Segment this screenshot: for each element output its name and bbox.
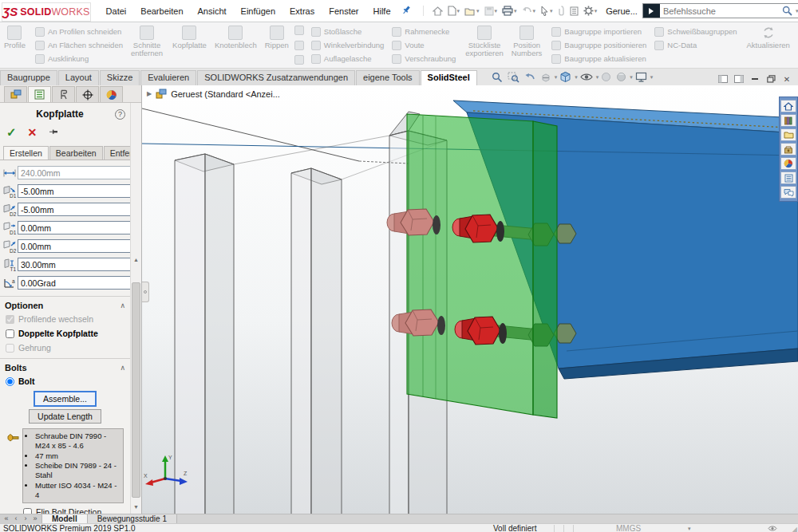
menu-hilfe[interactable]: Hilfe xyxy=(366,4,398,18)
panel-help-icon[interactable]: ? xyxy=(115,109,125,120)
undo-icon[interactable]: ▾ xyxy=(522,6,536,15)
ribbon-button-schnitte-entfernen[interactable]: Schnitte entfernen xyxy=(127,22,167,68)
tab-nav-prev-icon[interactable]: ‹ xyxy=(11,514,21,523)
section-view-icon[interactable] xyxy=(540,72,551,83)
menu-bearbeiten[interactable]: Bearbeiten xyxy=(133,4,190,18)
ribbon-item-verschraubung[interactable]: Verschraubung xyxy=(392,53,456,65)
tab-evaluieren[interactable]: Evaluieren xyxy=(140,70,196,85)
hide-show-items-icon[interactable] xyxy=(601,72,611,82)
ribbon-button-rippen[interactable]: Rippen xyxy=(261,22,293,68)
zoom-fit-icon[interactable] xyxy=(492,72,503,83)
graphics-viewport[interactable]: Y X Z ▶ Geruest (Standard <Anzei... xyxy=(142,85,798,514)
gehrung-checkbox[interactable] xyxy=(6,344,14,353)
ribbon-item-rahmenecke[interactable]: Rahmenecke xyxy=(392,26,456,37)
rotation-angle-input[interactable] xyxy=(18,277,130,289)
print-caret-icon[interactable]: ▾ xyxy=(514,8,517,14)
attach-icon[interactable] xyxy=(558,6,565,16)
new-document-icon[interactable]: ▾ xyxy=(448,6,460,16)
update-length-button[interactable]: Update Length xyxy=(29,409,101,424)
ribbon-button-profile[interactable]: Profile xyxy=(0,22,30,68)
scroll-down-icon[interactable]: ▼ xyxy=(131,502,141,512)
ribbon-item-nc-data[interactable]: NC-Data xyxy=(654,39,737,51)
command-search[interactable]: ▾ xyxy=(642,3,798,18)
new-document-caret-icon[interactable]: ▾ xyxy=(457,8,460,14)
options-header-row[interactable]: Optionen ∧ xyxy=(5,299,125,312)
menu-pin-icon[interactable] xyxy=(401,4,412,18)
ribbon-button-knotenblech[interactable]: Knotenblech xyxy=(211,22,261,68)
settings-gear-icon[interactable]: ▾ xyxy=(583,6,598,16)
orientation-caret-icon[interactable]: ▾ xyxy=(575,74,578,81)
task-forum-icon[interactable] xyxy=(780,186,796,199)
tab-baugruppe[interactable]: Baugruppe xyxy=(0,70,57,85)
command-search-input[interactable] xyxy=(660,5,780,17)
end-plate-green[interactable] xyxy=(407,114,557,418)
view-settings-monitor-icon[interactable] xyxy=(635,72,647,82)
view-settings-caret-icon[interactable]: ▾ xyxy=(650,74,654,81)
open-folder-caret-icon[interactable]: ▾ xyxy=(476,8,480,14)
undo-caret-icon[interactable]: ▾ xyxy=(533,8,536,14)
bolts-collapse-icon[interactable]: ∧ xyxy=(120,364,125,372)
resize-grip[interactable]: ◢ xyxy=(792,526,797,532)
bolt-radio[interactable] xyxy=(6,377,14,386)
tree-root-label[interactable]: Geruest (Standard <Anzei... xyxy=(171,89,280,99)
assemble-button[interactable]: Assemble... xyxy=(34,392,96,406)
ribbon-item-stosslasche[interactable]: Stoßlasche xyxy=(311,26,385,37)
scroll-up-icon[interactable]: ▲ xyxy=(131,254,141,265)
plate-width-input[interactable] xyxy=(18,167,130,179)
appearance-scene-icon[interactable] xyxy=(616,72,626,82)
mini-plate-icon-3[interactable] xyxy=(294,55,304,65)
ribbon-button-position-numbers[interactable]: Position Numbers xyxy=(508,22,547,68)
view-orientation-icon[interactable] xyxy=(559,71,571,83)
task-home-icon[interactable] xyxy=(780,100,796,112)
print-icon[interactable]: ▾ xyxy=(502,6,517,16)
tab-skizze[interactable]: Skizze xyxy=(100,70,140,85)
select-caret-icon[interactable]: ▾ xyxy=(550,8,553,14)
mode-tab-bearbeiten[interactable]: Bearbeiten xyxy=(49,146,103,160)
ribbon-item-schweissbaugruppen[interactable]: Schweißbaugruppen xyxy=(654,26,737,37)
mode-tab-entfernen[interactable]: Entfernen xyxy=(104,146,130,160)
doc-restore-button[interactable] xyxy=(764,73,778,85)
scroll-thumb[interactable] xyxy=(132,282,140,498)
ribbon-button-stueckliste[interactable]: Stückliste exportieren xyxy=(461,22,508,68)
property-manager-tab[interactable] xyxy=(28,86,51,102)
menu-ansicht[interactable]: Ansicht xyxy=(191,4,234,18)
menu-extras[interactable]: Extras xyxy=(282,4,322,18)
gear-caret-icon[interactable]: ▾ xyxy=(595,8,598,14)
pane-left-toggle-icon[interactable] xyxy=(716,73,730,85)
ribbon-item-voute[interactable]: Voute xyxy=(392,39,456,51)
home-icon[interactable] xyxy=(433,6,443,16)
offset-d2b-input[interactable] xyxy=(18,240,130,252)
ribbon-item-ausklinkung[interactable]: Ausklinkung xyxy=(35,53,123,65)
task-design-library-icon[interactable] xyxy=(780,143,796,156)
open-folder-icon[interactable]: ▾ xyxy=(464,6,480,16)
ribbon-item-auflagelasche[interactable]: Auflagelasche xyxy=(311,53,385,65)
appearance-caret-icon[interactable]: ▾ xyxy=(630,74,633,81)
offset-d2-input[interactable] xyxy=(18,203,130,215)
model-tab[interactable]: Modell xyxy=(42,514,88,523)
task-custom-properties-icon[interactable] xyxy=(780,171,796,184)
flip-bolt-checkbox[interactable] xyxy=(23,508,32,514)
column-left-flange[interactable] xyxy=(175,154,234,514)
doc-close-button[interactable]: ✕ xyxy=(780,73,794,85)
display-style-caret-icon[interactable]: ▾ xyxy=(596,74,599,81)
tree-expand-icon[interactable]: ▶ xyxy=(147,90,152,97)
cancel-button[interactable]: ✕ xyxy=(28,126,38,139)
units-caret-icon[interactable]: ▾ xyxy=(688,524,691,532)
ok-button[interactable]: ✓ xyxy=(6,125,17,140)
menu-einfuegen[interactable]: Einfügen xyxy=(234,4,282,18)
feature-manager-tab[interactable] xyxy=(4,86,27,102)
ribbon-item-winkelverbindung[interactable]: Winkelverbindung xyxy=(311,39,385,51)
menu-fenster[interactable]: Fenster xyxy=(322,4,365,18)
task-resources-icon[interactable] xyxy=(780,114,796,127)
configuration-manager-tab[interactable] xyxy=(52,86,75,102)
menu-datei[interactable]: Datei xyxy=(99,4,134,18)
doppelte-kopfplatte-checkbox[interactable] xyxy=(6,329,14,338)
tab-solidsteel[interactable]: SolidSteel xyxy=(421,70,477,85)
quick-tip-icon[interactable] xyxy=(768,524,777,532)
properties-list-icon[interactable] xyxy=(570,6,579,16)
units-label[interactable]: MMGS xyxy=(616,524,641,532)
display-manager-tab[interactable] xyxy=(100,86,123,102)
section-caret-icon[interactable]: ▾ xyxy=(555,74,558,81)
mini-plate-icon-2[interactable] xyxy=(294,41,304,50)
thickness-t1-input[interactable] xyxy=(18,258,130,270)
